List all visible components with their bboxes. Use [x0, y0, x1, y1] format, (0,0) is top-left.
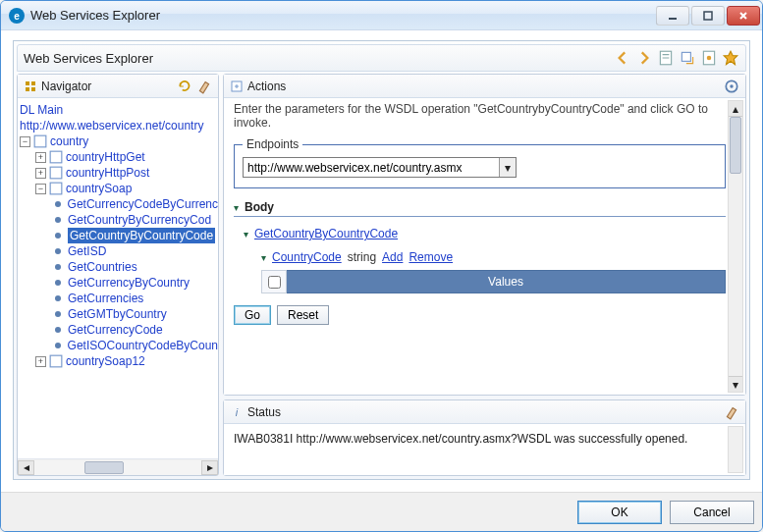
tree-node-operation: GetCurrencyByCountry [20, 275, 218, 291]
parameter-name-link[interactable]: CountryCode [272, 250, 342, 264]
minimize-button[interactable] [656, 6, 689, 26]
collapse-icon[interactable]: − [35, 184, 46, 194]
actions-panel: Actions Enter the parameters for the WSD… [223, 74, 746, 396]
binding-icon [49, 166, 63, 180]
service-icon [33, 134, 47, 148]
uddi-icon[interactable] [700, 49, 718, 67]
operation-link[interactable]: GetCountryByCountryCode [254, 227, 398, 240]
frame-title: Web Services Explorer [24, 51, 614, 66]
tree-node-main: DL Main [20, 102, 218, 118]
ok-button[interactable]: OK [577, 501, 662, 524]
collapse-icon[interactable]: ▾ [244, 229, 248, 239]
values-table: Values [261, 270, 726, 293]
wsdl-page-icon[interactable] [657, 49, 675, 67]
app-icon: e [9, 8, 25, 24]
tree-node-operation: GetCountries [20, 259, 218, 275]
expand-icon[interactable]: + [35, 168, 46, 179]
status-panel: i Status IWAB0381I http://www.webservice… [223, 399, 746, 476]
values-checkbox-cell [261, 270, 287, 293]
expand-icon[interactable]: + [35, 356, 46, 367]
parameter-row: ▾ CountryCode string Add Remove [261, 250, 726, 264]
close-button[interactable] [727, 6, 760, 26]
tree-node-operation: GetCurrencies [20, 291, 218, 306]
navigator-tree[interactable]: DL Main http://www.webservicex.net/count… [18, 98, 218, 371]
tree-node-binding: +countryHttpPost [20, 165, 218, 181]
svg-rect-17 [50, 183, 62, 194]
operation-icon [51, 213, 65, 227]
scroll-left-icon[interactable]: ◂ [18, 460, 34, 475]
endpoint-combo[interactable]: ▾ [243, 157, 517, 178]
tree-node-operation: GetISD [20, 243, 218, 259]
tree-node-operation: GetISOCountryCodeByCoun [20, 338, 218, 353]
maximize-button[interactable] [691, 6, 725, 26]
actions-title: Actions [247, 80, 720, 93]
body-section[interactable]: ▾ Body [234, 200, 726, 217]
clear-status-icon[interactable] [724, 404, 739, 420]
back-icon[interactable] [614, 49, 631, 67]
scrollbar-thumb[interactable] [730, 117, 741, 174]
add-link[interactable]: Add [382, 250, 403, 264]
values-header: Values [287, 270, 726, 293]
tree-node-operation: GetCurrencyCode [20, 322, 218, 338]
scrollbar-thumb[interactable] [84, 461, 124, 474]
svg-point-25 [55, 311, 61, 317]
svg-rect-11 [31, 81, 35, 85]
go-button[interactable]: Go [234, 305, 271, 325]
status-title: Status [247, 405, 720, 419]
svg-rect-2 [669, 18, 677, 20]
endpoints-fieldset: Endpoints ▾ [234, 137, 726, 188]
collapse-icon[interactable]: − [20, 136, 30, 147]
tree-node-url: http://www.webservicex.net/country [20, 118, 218, 133]
scroll-right-icon[interactable]: ▸ [201, 460, 218, 475]
actions-description: Enter the parameters for the WSDL operat… [234, 102, 726, 130]
svg-point-23 [55, 280, 61, 286]
svg-rect-13 [31, 87, 35, 91]
remove-link[interactable]: Remove [409, 250, 453, 264]
refresh-icon[interactable] [177, 79, 192, 94]
vertical-scrollbar[interactable]: ▴ ▾ [728, 100, 743, 393]
svg-point-9 [707, 56, 712, 61]
chevron-down-icon[interactable]: ▾ [499, 158, 516, 177]
operation-icon [51, 197, 65, 211]
svg-point-26 [55, 327, 61, 333]
operation-icon [51, 339, 65, 352]
tree-node-operation-selected: GetCountryByCountryCode [20, 228, 218, 243]
reset-button[interactable]: Reset [277, 305, 329, 325]
vertical-scrollbar[interactable] [728, 426, 743, 473]
body-label: Body [245, 200, 274, 214]
horizontal-scrollbar[interactable]: ◂ ▸ [18, 458, 218, 475]
navigator-icon [24, 80, 37, 93]
svg-rect-10 [26, 81, 29, 85]
values-checkbox[interactable] [268, 276, 281, 289]
collapse-icon[interactable]: ▾ [234, 202, 239, 213]
cancel-button[interactable]: Cancel [670, 501, 754, 524]
binding-icon [49, 150, 63, 164]
scroll-up-icon[interactable]: ▴ [729, 101, 742, 117]
explorer-frame: Web Services Explorer Navigator [13, 40, 750, 480]
favorites-icon[interactable] [722, 49, 739, 67]
tree-node-service: −country [20, 133, 218, 149]
svg-point-19 [55, 217, 61, 223]
svg-point-22 [55, 264, 61, 270]
import-icon[interactable] [679, 49, 696, 67]
titlebar[interactable]: e Web Services Explorer [1, 1, 762, 30]
endpoint-input[interactable] [244, 159, 499, 177]
scroll-down-icon[interactable]: ▾ [729, 376, 742, 392]
collapse-icon[interactable]: ▾ [261, 252, 266, 263]
operation-icon [51, 292, 65, 305]
operation-icon [51, 276, 65, 290]
operation-icon [51, 229, 65, 242]
forward-icon[interactable] [635, 49, 653, 67]
clear-icon[interactable] [196, 79, 212, 94]
expand-icon[interactable]: + [35, 152, 46, 163]
tree-node-operation: GetCurrencyCodeByCurrenc [20, 196, 218, 212]
source-icon[interactable] [724, 79, 739, 94]
tree-node-binding: +countryHttpGet [20, 149, 218, 165]
dialog-footer: OK Cancel [1, 492, 762, 531]
svg-point-20 [55, 233, 61, 239]
tree-node-binding: −countrySoap [20, 181, 218, 196]
operation-icon [51, 260, 65, 274]
svg-rect-3 [704, 12, 712, 20]
navigator-panel: Navigator DL Main http://www.webservicex… [17, 74, 219, 476]
operation-icon [51, 307, 65, 321]
